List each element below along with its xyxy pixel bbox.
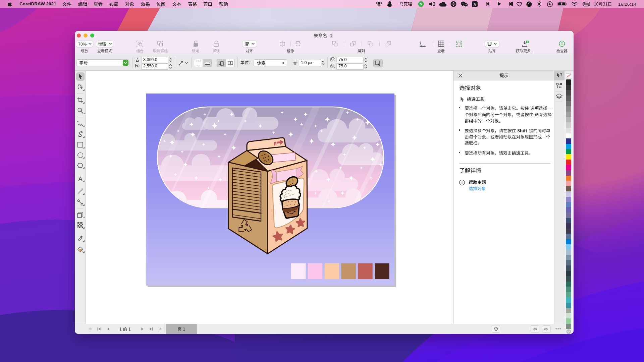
svg-text:N: N (420, 2, 422, 6)
svg-text:y: y (334, 66, 335, 68)
svg-text:?: ? (560, 73, 562, 76)
svg-text:x: x (334, 57, 335, 59)
svg-text:A: A (474, 2, 476, 6)
